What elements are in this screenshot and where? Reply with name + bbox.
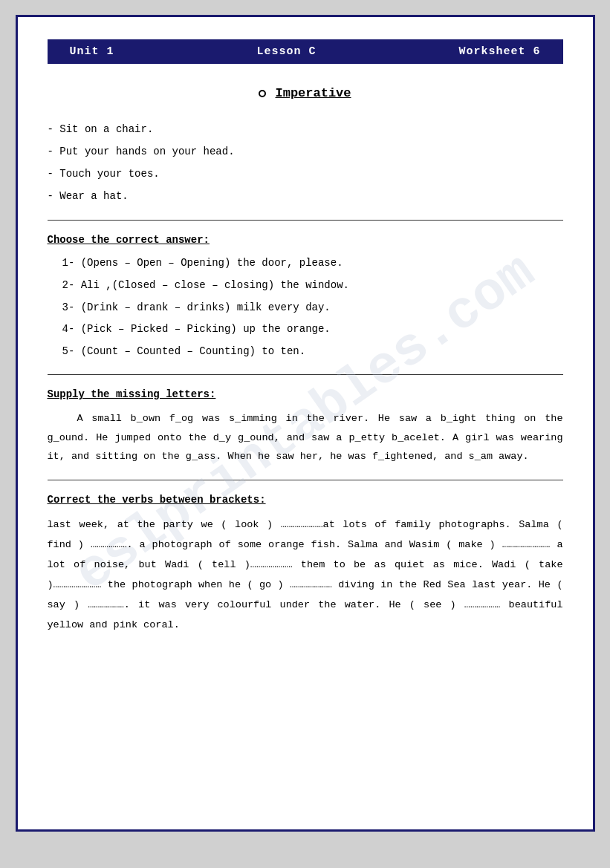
example-2: - Put your hands on your head. — [48, 141, 563, 162]
page-container: eslprintables.com Unit 1 Lesson C Worksh… — [16, 15, 595, 832]
divider-2 — [48, 374, 563, 375]
divider-3 — [48, 480, 563, 480]
section3-paragraph: last week, at the party we ( look ) …………… — [48, 515, 563, 635]
imperative-section-title: Imperative — [48, 86, 563, 100]
section2-heading: Supply the missing letters: — [48, 388, 563, 400]
bullet-circle-icon — [259, 90, 266, 97]
imperative-title: Imperative — [275, 86, 351, 100]
header-bar: Unit 1 Lesson C Worksheet 6 — [48, 39, 563, 64]
section1-heading: Choose the correct answer: — [48, 234, 563, 246]
section-missing-letters: Supply the missing letters: A small b_ow… — [48, 388, 563, 466]
example-1: - Sit on a chair. — [48, 119, 563, 140]
example-4: - Wear a hat. — [48, 186, 563, 206]
section-correct-verbs: Correct the verbs between brackets: last… — [48, 494, 563, 635]
header-unit: Unit 1 — [70, 45, 114, 58]
section2-paragraph: A small b_own f_og was s_imming in the r… — [48, 409, 563, 466]
exercise-3: 3- (Drink – drank – drinks) milk every d… — [62, 299, 563, 317]
header-lesson: Lesson C — [256, 45, 316, 58]
exercise-2: 2- Ali ,(Closed – close – closing) the w… — [62, 277, 563, 295]
example-3: - Touch your toes. — [48, 163, 563, 184]
imperative-examples: - Sit on a chair. - Put your hands on yo… — [48, 119, 563, 206]
divider-1 — [48, 220, 563, 221]
section3-heading: Correct the verbs between brackets: — [48, 494, 563, 506]
exercise-4: 4- (Pick – Picked – Picking) up the oran… — [62, 321, 563, 339]
header-worksheet: Worksheet 6 — [458, 45, 540, 58]
exercise-1: 1- (Opens – Open – Opening) the door, pl… — [62, 255, 563, 273]
section-choose-correct: Choose the correct answer: 1- (Opens – O… — [48, 234, 563, 361]
exercise-5: 5- (Count – Counted – Counting) to ten. — [62, 343, 563, 361]
